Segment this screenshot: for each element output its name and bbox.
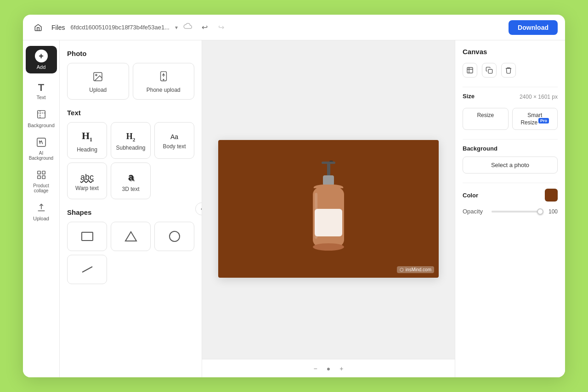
- svg-rect-2: [37, 171, 40, 174]
- opacity-label: Opacity: [463, 208, 488, 215]
- phone-upload-label: Phone upload: [147, 87, 181, 93]
- filename-chevron-icon[interactable]: ▾: [175, 24, 178, 31]
- warp-text-icon: abc: [80, 173, 94, 182]
- svg-rect-4: [37, 176, 40, 179]
- heading-card[interactable]: H1 Heading: [67, 122, 107, 159]
- svg-rect-0: [37, 111, 45, 118]
- right-panel: Canvas: [455, 40, 565, 377]
- warp-text-label: Warp text: [75, 185, 99, 191]
- threed-text-icon: a: [128, 171, 133, 183]
- text-section-title: Text: [67, 109, 194, 117]
- home-button[interactable]: [30, 20, 46, 35]
- shapes-section-title: Shapes: [67, 208, 194, 216]
- delete-button[interactable]: [501, 63, 516, 78]
- svg-rect-15: [327, 162, 330, 176]
- undo-button[interactable]: ↩: [198, 21, 212, 34]
- topbar: Files 6fdcd160051019bc18f73b4fe53ae1... …: [23, 15, 565, 40]
- color-swatch[interactable]: [545, 189, 558, 202]
- sidebar-item-ai-background[interactable]: AI Background: [26, 134, 57, 164]
- duplicate-button[interactable]: [482, 63, 497, 78]
- sidebar-item-upload[interactable]: Upload: [26, 199, 57, 225]
- svg-rect-21: [488, 69, 492, 73]
- undo-redo-actions: ↩ ↪: [198, 21, 228, 34]
- upload-card-label: Upload: [89, 87, 107, 93]
- upload-icon: [36, 202, 46, 214]
- threed-text-card[interactable]: a 3D text: [111, 162, 151, 199]
- main-area: + Add T Text Background: [23, 40, 565, 377]
- smart-resize-button[interactable]: Smart ResizePro: [512, 108, 558, 130]
- line-shape-card[interactable]: [67, 255, 107, 284]
- svg-rect-10: [82, 232, 93, 241]
- sidebar-item-background[interactable]: Background: [26, 106, 57, 132]
- body-text-card[interactable]: Aa Body text: [154, 122, 194, 159]
- sidebar-upload-label: Upload: [33, 216, 49, 221]
- opacity-thumb[interactable]: [537, 208, 543, 215]
- divider-2: [463, 139, 558, 140]
- photo-grid: Upload Phone upload: [67, 63, 194, 100]
- svg-rect-3: [42, 171, 45, 174]
- color-label: Color: [463, 192, 478, 199]
- sidebar-item-add[interactable]: + Add: [26, 46, 57, 73]
- triangle-shape-card[interactable]: [111, 222, 151, 251]
- filename-display: 6fdcd160051019bc18f73b4fe53ae1...: [71, 24, 170, 31]
- upload-card[interactable]: Upload: [67, 63, 129, 100]
- watermark-text: insMind.com: [406, 267, 431, 272]
- svg-point-11: [170, 231, 180, 241]
- text-grid: H1 Heading H2 Subheading Aa Body text ab…: [67, 122, 194, 199]
- canvas[interactable]: ⬡ insMind.com: [218, 140, 439, 278]
- canvas-watermark: ⬡ insMind.com: [397, 266, 434, 273]
- phone-upload-icon: [158, 71, 169, 84]
- circle-shape-card[interactable]: [154, 222, 194, 251]
- icon-sidebar: + Add T Text Background: [23, 40, 60, 377]
- resize-button[interactable]: Resize: [463, 108, 509, 130]
- app-window: Files 6fdcd160051019bc18f73b4fe53ae1... …: [23, 15, 565, 377]
- upload-card-icon: [92, 71, 103, 84]
- sidebar-add-label: Add: [37, 64, 46, 70]
- svg-point-9: [163, 79, 164, 80]
- opacity-slider[interactable]: [492, 211, 540, 213]
- svg-point-20: [313, 243, 344, 251]
- text-icon: T: [38, 83, 44, 93]
- divider-3: [463, 183, 558, 183]
- subheading-label: Subheading: [116, 145, 145, 151]
- style-copy-button[interactable]: [463, 63, 477, 78]
- select-photo-button[interactable]: Select a photo: [463, 157, 558, 174]
- sidebar-ai-bg-label: AI Background: [28, 151, 54, 161]
- cloud-icon: [183, 22, 192, 33]
- canvas-panel-title: Canvas: [463, 48, 558, 56]
- collapse-panel-button[interactable]: ‹: [195, 202, 202, 215]
- size-value: 2400 × 1601 px: [520, 94, 558, 100]
- background-icon: [36, 109, 46, 121]
- redo-button[interactable]: ↪: [215, 21, 228, 34]
- warp-text-card[interactable]: abc Warp text: [67, 162, 107, 199]
- size-section-title: Size: [463, 93, 475, 100]
- pro-badge: Pro: [538, 118, 549, 123]
- photo-section-title: Photo: [67, 50, 194, 57]
- rectangle-shape-card[interactable]: [67, 222, 107, 251]
- svg-point-7: [96, 74, 97, 76]
- color-row: Color: [463, 189, 558, 202]
- files-link[interactable]: Files: [51, 24, 65, 31]
- svg-rect-5: [42, 176, 45, 179]
- product-collage-icon: [36, 170, 46, 181]
- download-button[interactable]: Download: [509, 20, 558, 35]
- sidebar-item-text[interactable]: T Text: [26, 79, 57, 104]
- zoom-in-icon[interactable]: +: [339, 365, 343, 372]
- opacity-row: Opacity 100: [463, 208, 558, 215]
- sidebar-item-product-collage[interactable]: Product collage: [26, 166, 57, 197]
- background-section-title: Background: [463, 145, 558, 152]
- subheading-icon: H2: [126, 132, 136, 142]
- subheading-card[interactable]: H2 Subheading: [111, 122, 151, 159]
- zoom-out-icon[interactable]: −: [314, 365, 317, 372]
- heading-icon: H1: [82, 130, 92, 143]
- elements-panel: Photo Upload: [60, 40, 202, 377]
- size-section: Size 2400 × 1601 px Resize Smart ResizeP…: [463, 93, 558, 130]
- canvas-bottom-bar: − ● +: [202, 359, 455, 377]
- body-text-label: Body text: [163, 143, 186, 150]
- canvas-action-buttons: [463, 63, 558, 78]
- bottle-product: [296, 156, 361, 262]
- resize-buttons: Resize Smart ResizePro: [463, 108, 558, 130]
- svg-line-12: [82, 267, 92, 272]
- phone-upload-card[interactable]: Phone upload: [133, 63, 195, 100]
- body-text-icon: Aa: [170, 133, 178, 140]
